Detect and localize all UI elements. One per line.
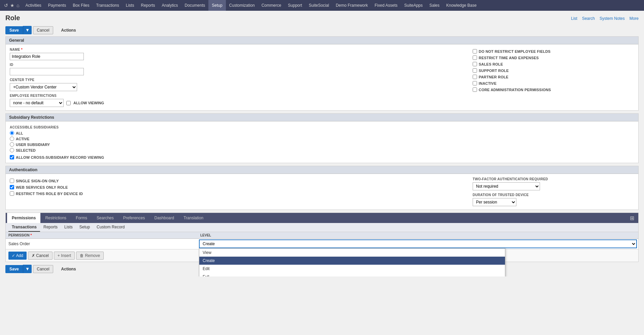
permissions-panel: Permissions Restrictions Forms Searches …: [5, 213, 639, 262]
nav-box-files[interactable]: Box Files: [69, 0, 93, 11]
restrict-device-checkbox[interactable]: [10, 191, 14, 196]
bottom-save-dropdown-button[interactable]: ▼: [23, 265, 32, 273]
nav-sales[interactable]: Sales: [426, 0, 443, 11]
dropdown-item-full[interactable]: Full: [199, 273, 505, 276]
home-icon[interactable]: ⌂: [16, 3, 19, 8]
duration-select[interactable]: Per session 30 days 60 days 90 days: [473, 198, 516, 206]
name-label: NAME *: [10, 48, 459, 51]
system-notes-link[interactable]: System Notes: [600, 16, 625, 21]
nav-suitesocial[interactable]: SuiteSocial: [305, 0, 332, 11]
employee-restrictions-select[interactable]: none - no default By Subsidiary By Emplo…: [10, 99, 64, 107]
nav-fixed-assets[interactable]: Fixed Assets: [371, 0, 401, 11]
remove-button[interactable]: 🗑 Remove: [76, 252, 104, 260]
name-input[interactable]: Integration Role: [10, 53, 84, 60]
nav-payments[interactable]: Payments: [45, 0, 69, 11]
general-section: General NAME * Integration Role ID: [5, 36, 639, 111]
radio-active-label: ACTIVE: [16, 137, 29, 141]
dropdown-item-create[interactable]: Create: [199, 257, 505, 265]
nav-transactions[interactable]: Transactions: [93, 0, 123, 11]
bottom-actions-button[interactable]: Actions: [58, 265, 79, 273]
nav-icons: ↺ ★ ⌂: [1, 3, 22, 8]
nav-commerce[interactable]: Commerce: [258, 0, 285, 11]
nav-support[interactable]: Support: [284, 0, 305, 11]
star-icon[interactable]: ★: [10, 3, 14, 8]
checkbox-core-admin: CORE ADMINISTRATION PERMISSIONS: [473, 87, 634, 92]
refresh-icon[interactable]: ↺: [4, 3, 8, 8]
radio-user-subsidiary: USER SUBSIDIARY: [10, 142, 634, 147]
nav-analytics[interactable]: Analytics: [159, 0, 181, 11]
level-dropdown: View Create Edit Full: [199, 248, 505, 276]
nav-lists[interactable]: Lists: [123, 0, 138, 11]
add-button[interactable]: ✓ Add: [8, 252, 27, 260]
sub-tab-lists[interactable]: Lists: [61, 223, 76, 232]
level-select-wrapper: View Create Edit Full View Create Edit F…: [199, 239, 637, 248]
sub-tab-transactions[interactable]: Transactions: [8, 223, 40, 232]
dropdown-item-edit[interactable]: Edit: [199, 265, 505, 273]
partner-role-label: PARTNER ROLE: [479, 75, 508, 79]
top-toolbar: Save ▼ Cancel Actions: [5, 26, 639, 34]
two-factor-label: TWO-FACTOR AUTHENTICATION REQUIRED: [473, 177, 634, 181]
inline-cancel-button[interactable]: ✗ Cancel: [28, 252, 53, 260]
permissions-table-header: PERMISSION * LEVEL: [6, 232, 638, 239]
nav-items: Activities Payments Box Files Transactio…: [22, 0, 480, 11]
tab-restrictions[interactable]: Restrictions: [40, 213, 71, 223]
sub-tab-custom-record[interactable]: Custom Record: [93, 223, 128, 232]
tab-forms[interactable]: Forms: [71, 213, 92, 223]
core-admin-label: CORE ADMINISTRATION PERMISSIONS: [479, 88, 551, 92]
nav-knowledge-base[interactable]: Knowledge Base: [443, 0, 480, 11]
nav-setup[interactable]: Setup: [208, 0, 226, 11]
radio-all-input[interactable]: [10, 131, 14, 135]
authentication-section: Authentication SINGLE SIGN-ON ONLY WEB S…: [5, 166, 639, 210]
tab-searches[interactable]: Searches: [92, 213, 118, 223]
checkbox-web-services: WEB SERVICES ONLY ROLE: [10, 185, 459, 189]
do-not-restrict-label: DO NOT RESTRICT EMPLOYEE FIELDS: [479, 49, 550, 53]
save-button[interactable]: Save: [5, 26, 23, 34]
center-type-select[interactable]: +Custom Vendor Center Classic Customer C…: [10, 83, 77, 91]
tab-translation[interactable]: Translation: [179, 213, 208, 223]
list-link[interactable]: List: [571, 16, 577, 21]
bottom-save-button[interactable]: Save: [5, 265, 23, 273]
restrict-time-checkbox[interactable]: [473, 55, 477, 60]
do-not-restrict-checkbox[interactable]: [473, 49, 477, 53]
sales-role-checkbox[interactable]: [473, 62, 477, 66]
support-role-checkbox[interactable]: [473, 68, 477, 73]
sub-tab-setup[interactable]: Setup: [76, 223, 93, 232]
radio-user-subsidiary-input[interactable]: [10, 142, 14, 147]
radio-active-input[interactable]: [10, 137, 14, 141]
web-services-checkbox[interactable]: [10, 185, 14, 189]
bottom-cancel-button[interactable]: Cancel: [33, 265, 53, 273]
insert-button[interactable]: + Insert: [54, 252, 75, 260]
sub-tab-reports[interactable]: Reports: [40, 223, 61, 232]
nav-reports[interactable]: Reports: [137, 0, 158, 11]
nav-demo-framework[interactable]: Demo Framework: [332, 0, 371, 11]
nav-suiteapps[interactable]: SuiteApps: [401, 0, 426, 11]
checkbox-partner-role: PARTNER ROLE: [473, 75, 634, 79]
tab-permissions[interactable]: Permissions: [7, 213, 40, 223]
nav-activities[interactable]: Activities: [22, 0, 44, 11]
partner-role-checkbox[interactable]: [473, 75, 477, 79]
nav-customization[interactable]: Customization: [226, 0, 258, 11]
nav-documents[interactable]: Documents: [181, 0, 209, 11]
tab-dashboard[interactable]: Dashboard: [149, 213, 179, 223]
save-dropdown-button[interactable]: ▼: [23, 26, 32, 34]
actions-button[interactable]: Actions: [58, 27, 79, 34]
id-input[interactable]: [10, 68, 84, 75]
allow-cross-checkbox[interactable]: [10, 155, 14, 159]
cancel-button[interactable]: Cancel: [33, 26, 53, 34]
more-link[interactable]: More: [630, 16, 639, 21]
dropdown-item-view[interactable]: View: [199, 249, 505, 257]
sso-checkbox[interactable]: [10, 179, 14, 183]
web-services-label: WEB SERVICES ONLY ROLE: [16, 185, 68, 189]
level-select[interactable]: View Create Edit Full: [199, 239, 637, 248]
checkbox-restrict-device: RESTRICT THIS ROLE BY DEVICE ID: [10, 191, 459, 196]
two-factor-select[interactable]: Not required Required for all users Requ…: [473, 182, 540, 190]
allow-viewing-checkbox[interactable]: [66, 101, 71, 105]
radio-selected-input[interactable]: [10, 148, 14, 152]
tab-preferences[interactable]: Preferences: [118, 213, 150, 223]
checkbox-support-role: SUPPORT ROLE: [473, 68, 634, 73]
duration-label: DURATION OF TRUSTED DEVICE: [473, 193, 634, 197]
inactive-checkbox[interactable]: [473, 81, 477, 85]
col-permission-header: PERMISSION *: [8, 233, 200, 237]
search-link[interactable]: Search: [582, 16, 595, 21]
core-admin-checkbox[interactable]: [473, 87, 477, 92]
